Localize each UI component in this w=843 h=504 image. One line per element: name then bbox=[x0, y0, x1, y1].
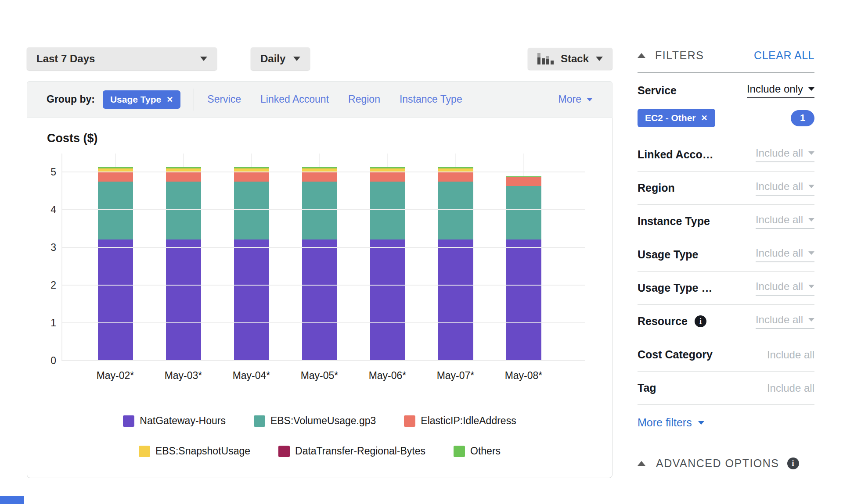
collapse-icon[interactable] bbox=[638, 53, 645, 58]
advanced-options-header[interactable]: ADVANCED OPTIONS i bbox=[638, 457, 814, 470]
filter-label: Tag bbox=[638, 382, 656, 394]
bar-segment-elasticip-idleaddress[interactable] bbox=[98, 172, 133, 182]
bar-may-03 bbox=[149, 154, 217, 361]
legend-item-elasticip-idleaddress[interactable]: ElasticIP:IdleAddress bbox=[404, 415, 516, 427]
more-label: More bbox=[558, 93, 581, 105]
filter-row-resource: ResourceiInclude all bbox=[638, 305, 814, 338]
service-filter-chip[interactable]: EC2 - Other ✕ bbox=[638, 109, 715, 127]
group-by-link-region[interactable]: Region bbox=[348, 93, 380, 105]
legend-label: NatGateway-Hours bbox=[140, 415, 226, 427]
bar-segment-natgateway-hours[interactable] bbox=[370, 239, 405, 361]
filter-label: Instance Type bbox=[638, 215, 710, 228]
chevron-down-icon bbox=[698, 421, 704, 425]
filter-value-text: Include all bbox=[756, 180, 803, 193]
partially-visible-footer-element bbox=[0, 496, 24, 504]
bar-segment-ebs-volumeusage-gp3[interactable] bbox=[438, 182, 473, 239]
bar-segment-natgateway-hours[interactable] bbox=[438, 239, 473, 361]
bar-segment-elasticip-idleaddress[interactable] bbox=[302, 172, 337, 182]
group-by-link-linked-account[interactable]: Linked Account bbox=[260, 93, 329, 105]
bar-may-04 bbox=[217, 154, 285, 361]
legend-swatch bbox=[139, 446, 150, 457]
bar-segment-natgateway-hours[interactable] bbox=[98, 239, 133, 361]
bar-stack-may-06[interactable] bbox=[370, 167, 405, 361]
more-filters-button[interactable]: More filters bbox=[638, 416, 814, 429]
group-by-more-dropdown[interactable]: More bbox=[558, 93, 593, 105]
chevron-down-icon bbox=[587, 98, 593, 101]
filter-row-usage-type: Usage TypeInclude all bbox=[638, 238, 814, 272]
x-axis-label: May-02* bbox=[81, 370, 149, 382]
filter-value-dropdown[interactable]: Include all bbox=[756, 180, 814, 196]
clear-all-button[interactable]: CLEAR ALL bbox=[754, 49, 814, 62]
bar-segment-elasticip-idleaddress[interactable] bbox=[234, 172, 269, 182]
chevron-down-icon bbox=[808, 285, 814, 288]
bar-segment-elasticip-idleaddress[interactable] bbox=[370, 172, 405, 182]
legend-item-ebs-snapshotusage[interactable]: EBS:SnapshotUsage bbox=[139, 445, 250, 457]
filter-row-instance-type: Instance TypeInclude all bbox=[638, 205, 814, 238]
chart-type-label: Stack bbox=[561, 53, 589, 65]
bar-stack-may-02[interactable] bbox=[98, 167, 133, 361]
filter-value-dropdown[interactable]: Include all bbox=[756, 247, 814, 262]
chip-label: Usage Type bbox=[110, 94, 161, 105]
bar-stack-may-05[interactable] bbox=[302, 167, 337, 361]
bar-segment-elasticip-idleaddress[interactable] bbox=[506, 177, 541, 186]
info-icon[interactable]: i bbox=[695, 315, 706, 327]
bar-segment-ebs-volumeusage-gp3[interactable] bbox=[370, 182, 405, 239]
group-by-chip-usage-type[interactable]: Usage Type ✕ bbox=[103, 90, 180, 109]
bar-segment-natgateway-hours[interactable] bbox=[166, 239, 201, 361]
legend-item-ebs-volumeusage-gp3[interactable]: EBS:VolumeUsage.gp3 bbox=[254, 415, 376, 427]
filter-label: Usage Type bbox=[638, 248, 698, 261]
filter-value-dropdown[interactable]: Include all bbox=[756, 147, 814, 162]
bar-stack-may-04[interactable] bbox=[234, 167, 269, 361]
bar-stack-may-03[interactable] bbox=[166, 167, 201, 361]
granularity-dropdown[interactable]: Daily bbox=[251, 47, 310, 70]
filter-row-region: RegionInclude all bbox=[638, 172, 814, 205]
legend-item-others[interactable]: Others bbox=[454, 445, 501, 457]
y-tick-label: 4 bbox=[34, 204, 56, 216]
bar-segment-ebs-volumeusage-gp3[interactable] bbox=[166, 182, 201, 239]
filter-value-dropdown[interactable]: Include all bbox=[756, 214, 814, 229]
filter-label-text: Resource bbox=[638, 315, 688, 328]
bar-segment-elasticip-idleaddress[interactable] bbox=[166, 172, 201, 182]
bar-segment-natgateway-hours[interactable] bbox=[506, 239, 541, 361]
service-mode-dropdown[interactable]: Include only bbox=[747, 83, 814, 98]
filters-sidebar: FILTERS CLEAR ALL Service Include only E… bbox=[638, 49, 814, 470]
filter-row-linked-acco: Linked Acco…Include all bbox=[638, 138, 814, 172]
bar-segment-ebs-volumeusage-gp3[interactable] bbox=[234, 182, 269, 239]
legend-item-datatransfer-regional-bytes[interactable]: DataTransfer-Regional-Bytes bbox=[278, 445, 425, 457]
info-icon[interactable]: i bbox=[787, 458, 799, 469]
chevron-down-icon bbox=[808, 185, 814, 188]
bar-segment-ebs-volumeusage-gp3[interactable] bbox=[302, 182, 337, 239]
y-tick-label: 3 bbox=[34, 242, 56, 254]
y-tick-label: 5 bbox=[34, 166, 56, 178]
x-axis-label: May-05* bbox=[285, 370, 353, 382]
filter-value-dropdown[interactable]: Include all bbox=[756, 280, 814, 296]
filter-value-text: Include all bbox=[767, 382, 814, 394]
gridline-y-1 bbox=[61, 322, 585, 323]
chart-type-dropdown[interactable]: Stack bbox=[528, 48, 612, 70]
legend-item-natgateway-hours[interactable]: NatGateway-Hours bbox=[123, 415, 226, 427]
group-by-link-service[interactable]: Service bbox=[207, 93, 241, 105]
filter-value-dropdown[interactable]: Include all bbox=[756, 314, 814, 329]
bar-stack-may-08[interactable] bbox=[506, 176, 541, 361]
filter-label: Linked Acco… bbox=[638, 148, 713, 161]
filter-label-text: Usage Type … bbox=[638, 282, 712, 294]
filter-value-text: Include all bbox=[756, 147, 803, 159]
bar-segment-ebs-volumeusage-gp3[interactable] bbox=[506, 186, 541, 239]
date-range-dropdown[interactable]: Last 7 Days bbox=[27, 47, 217, 70]
legend-row: NatGateway-HoursEBS:VolumeUsage.gp3Elast… bbox=[27, 415, 612, 427]
bar-segment-elasticip-idleaddress[interactable] bbox=[438, 172, 473, 182]
x-axis-labels: May-02*May-03*May-04*May-05*May-06*May-0… bbox=[81, 370, 558, 382]
group-by-link-instance-type[interactable]: Instance Type bbox=[400, 93, 462, 105]
legend-swatch bbox=[454, 446, 465, 457]
bar-stack-may-07[interactable] bbox=[438, 167, 473, 361]
bar-segment-natgateway-hours[interactable] bbox=[302, 239, 337, 361]
gridline-y-0 bbox=[61, 360, 585, 361]
close-icon[interactable]: ✕ bbox=[166, 96, 173, 104]
group-by-links: ServiceLinked AccountRegionInstance Type bbox=[207, 93, 462, 105]
bar-segment-ebs-volumeusage-gp3[interactable] bbox=[98, 182, 133, 239]
close-icon[interactable]: ✕ bbox=[701, 114, 708, 122]
filter-value-text: Include all bbox=[767, 349, 814, 361]
group-by-label: Group by: bbox=[47, 93, 95, 105]
x-axis-label: May-03* bbox=[149, 370, 217, 382]
bar-segment-natgateway-hours[interactable] bbox=[234, 239, 269, 361]
